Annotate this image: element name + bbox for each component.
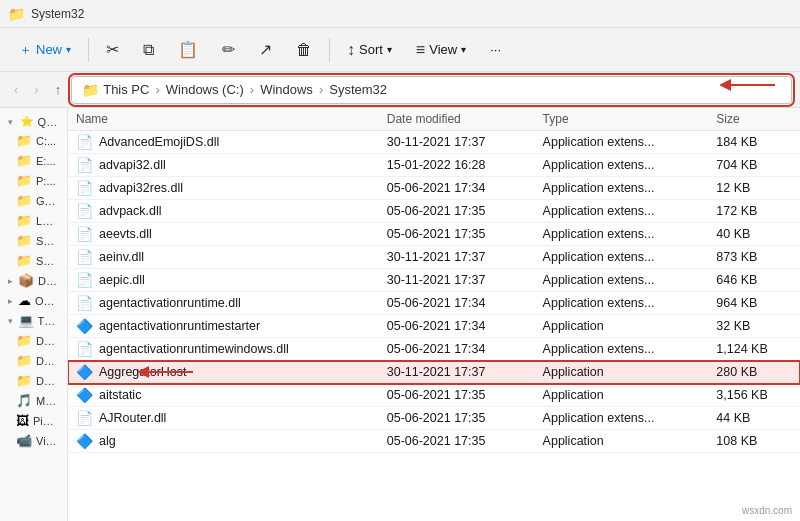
- table-row[interactable]: 📄 aeinv.dll 30-11-2021 17:37 Application…: [68, 246, 800, 269]
- view-button[interactable]: ≡ View ▾: [405, 35, 477, 65]
- sidebar-item-label: E:...: [36, 155, 56, 167]
- file-table: Name Date modified Type Size 📄 AdvancedE…: [68, 108, 800, 453]
- file-name: AggregatorHost: [99, 365, 187, 379]
- table-row[interactable]: 🔷 aitstatic 05-06-2021 17:35 Application…: [68, 384, 800, 407]
- col-date[interactable]: Date modified: [379, 108, 535, 131]
- back-button[interactable]: ‹: [8, 78, 24, 101]
- sidebar-item-c[interactable]: 📁 C:...: [2, 131, 65, 150]
- file-type: Application extens...: [535, 407, 709, 430]
- table-row[interactable]: 📄 aeevts.dll 05-06-2021 17:35 Applicatio…: [68, 223, 800, 246]
- videos-icon: 📹: [16, 433, 32, 448]
- file-date: 30-11-2021 17:37: [379, 246, 535, 269]
- file-size: 184 KB: [708, 131, 800, 154]
- sidebar-item-sod[interactable]: 📁 Sod...: [2, 251, 65, 270]
- sidebar-item-goc[interactable]: 📁 GOC...: [2, 191, 65, 210]
- table-row[interactable]: 📄 AJRouter.dll 05-06-2021 17:35 Applicat…: [68, 407, 800, 430]
- file-name-cell: 📄 agentactivationruntimewindows.dll: [68, 338, 379, 361]
- sidebar-item-thispc[interactable]: ▾ 💻 This P...: [2, 311, 65, 330]
- sidebar-item-shiv[interactable]: 📁 Shiv...: [2, 231, 65, 250]
- sidebar-item-desktop[interactable]: 📁 Desk...: [2, 331, 65, 350]
- sidebar-item-docs[interactable]: 📁 Doc...: [2, 351, 65, 370]
- sidebar-item-label: Dow...: [36, 375, 59, 387]
- sidebar-item-p[interactable]: 📁 P:...: [2, 171, 65, 190]
- file-type: Application extens...: [535, 131, 709, 154]
- share-button[interactable]: ↗: [248, 34, 283, 65]
- col-size[interactable]: Size: [708, 108, 800, 131]
- sidebar-item-e[interactable]: 📁 E:...: [2, 151, 65, 170]
- sidebar-item-label: Desk...: [36, 335, 59, 347]
- sidebar-item-quick[interactable]: ▾ ⭐ Quick: [2, 113, 65, 130]
- thispc-icon: 💻: [18, 313, 34, 328]
- sidebar-item-downloads[interactable]: 📁 Dow...: [2, 371, 65, 390]
- table-row[interactable]: 📄 advpack.dll 05-06-2021 17:35 Applicati…: [68, 200, 800, 223]
- music-icon: 🎵: [16, 393, 32, 408]
- table-row[interactable]: 🔷 agentactivationruntimestarter 05-06-20…: [68, 315, 800, 338]
- file-name-cell: 📄 AJRouter.dll: [68, 407, 379, 430]
- sidebar-item-onedrive[interactable]: ▸ ☁ OneDr...: [2, 291, 65, 310]
- expand-icon: ▸: [8, 296, 14, 306]
- file-type: Application: [535, 315, 709, 338]
- file-type: Application extens...: [535, 154, 709, 177]
- new-chevron: ▾: [66, 44, 71, 55]
- breadcrumb-thispc: This PC: [103, 82, 149, 97]
- file-name: agentactivationruntime.dll: [99, 296, 241, 310]
- file-date: 15-01-2022 16:28: [379, 154, 535, 177]
- file-name-cell: 📄 aepic.dll: [68, 269, 379, 292]
- folder-icon: 📁: [16, 253, 32, 268]
- main-layout: ▾ ⭐ Quick 📁 C:... 📁 E:... 📁: [0, 108, 800, 521]
- view-chevron: ▾: [461, 44, 466, 55]
- file-list[interactable]: Name Date modified Type Size 📄 AdvancedE…: [68, 108, 800, 521]
- table-row[interactable]: 📄 aepic.dll 30-11-2021 17:37 Application…: [68, 269, 800, 292]
- file-table-header: Name Date modified Type Size: [68, 108, 800, 131]
- file-size: 704 KB: [708, 154, 800, 177]
- file-name: agentactivationruntimestarter: [99, 319, 260, 333]
- paste-button[interactable]: 📋: [167, 34, 209, 65]
- sidebar-item-music[interactable]: 🎵 Mus...: [2, 391, 65, 410]
- sidebar-item-dropbox[interactable]: ▸ 📦 Dropl...: [2, 271, 65, 290]
- table-row[interactable]: 🔷 alg 05-06-2021 17:35 Application 108 K…: [68, 430, 800, 453]
- file-size: 1,124 KB: [708, 338, 800, 361]
- sort-chevron: ▾: [387, 44, 392, 55]
- rename-button[interactable]: ✏: [211, 34, 246, 65]
- sort-button[interactable]: ↕ Sort ▾: [336, 35, 403, 65]
- file-name: aeevts.dll: [99, 227, 152, 241]
- table-row[interactable]: 📄 advapi32res.dll 05-06-2021 17:34 Appli…: [68, 177, 800, 200]
- col-name[interactable]: Name: [68, 108, 379, 131]
- sidebar-item-videos[interactable]: 📹 Vide...: [2, 431, 65, 450]
- sidebar-item-label: Doc...: [36, 355, 59, 367]
- cut-button[interactable]: ✂: [95, 34, 130, 65]
- table-row[interactable]: 📄 agentactivationruntime.dll 05-06-2021 …: [68, 292, 800, 315]
- address-annotation-arrow: [720, 75, 780, 95]
- folder-icon: 📁: [16, 153, 32, 168]
- address-path[interactable]: 📁 This PC › Windows (C:) › Windows › Sys…: [71, 76, 792, 104]
- toolbar-separator-1: [88, 38, 89, 62]
- sidebar-item-label: This P...: [38, 315, 59, 327]
- dll-file-icon: 📄: [76, 295, 93, 311]
- table-row[interactable]: 📄 advapi32.dll 15-01-2022 16:28 Applicat…: [68, 154, 800, 177]
- more-button[interactable]: ···: [479, 36, 512, 63]
- sidebar-item-lette[interactable]: 📁 Lette...: [2, 211, 65, 230]
- new-button[interactable]: ＋ New ▾: [8, 35, 82, 65]
- sidebar-item-pictures[interactable]: 🖼 Pictu...: [2, 411, 65, 430]
- exe-file-icon: 🔷: [76, 387, 93, 403]
- table-row[interactable]: 📄 agentactivationruntimewindows.dll 05-0…: [68, 338, 800, 361]
- file-table-body: 📄 AdvancedEmojiDS.dll 30-11-2021 17:37 A…: [68, 131, 800, 453]
- file-type: Application extens...: [535, 200, 709, 223]
- copy-button[interactable]: ⧉: [132, 35, 165, 65]
- title-bar: 📁 System32: [0, 0, 800, 28]
- more-icon: ···: [490, 42, 501, 57]
- forward-button[interactable]: ›: [28, 78, 44, 101]
- sidebar-item-label: Lette...: [36, 215, 59, 227]
- file-name-cell: 🔷 agentactivationruntimestarter: [68, 315, 379, 338]
- file-size: 40 KB: [708, 223, 800, 246]
- table-row[interactable]: 📄 AdvancedEmojiDS.dll 30-11-2021 17:37 A…: [68, 131, 800, 154]
- delete-button[interactable]: 🗑: [285, 35, 323, 65]
- col-type[interactable]: Type: [535, 108, 709, 131]
- file-name-cell: 🔷 AggregatorHost: [68, 361, 379, 384]
- up-button[interactable]: ↑: [49, 78, 68, 101]
- file-date: 05-06-2021 17:35: [379, 223, 535, 246]
- folder-icon: 📁: [16, 193, 32, 208]
- table-row[interactable]: 🔷 AggregatorHost 30-11-2021 17:37 Applic…: [68, 361, 800, 384]
- file-type: Application extens...: [535, 292, 709, 315]
- sidebar-item-label: Sod...: [36, 255, 59, 267]
